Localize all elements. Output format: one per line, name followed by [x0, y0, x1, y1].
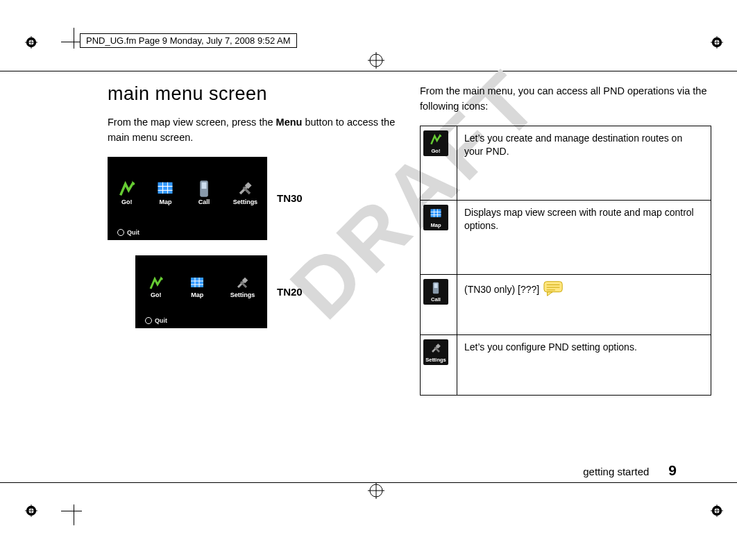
icon-caption: Call	[431, 296, 441, 303]
svg-rect-32	[191, 278, 203, 287]
quit-label: Quit	[145, 317, 167, 324]
page-footer: getting started 9	[583, 462, 677, 479]
icon-table: Go! Let’s you create and manage destinat…	[420, 126, 711, 396]
intro-bold: Menu	[276, 117, 303, 128]
go-label: Go!	[121, 198, 133, 205]
map-label: Map	[159, 198, 171, 205]
screenshot-tn30: Go! Map Call Settings Quit	[108, 157, 267, 240]
svg-rect-29	[202, 183, 207, 189]
reg-mark-icon	[711, 36, 723, 49]
right-column: From the main menu, you can access all P…	[420, 83, 711, 396]
fold-mark-icon	[368, 52, 384, 71]
reg-mark-icon	[25, 504, 37, 517]
reg-mark-icon	[25, 36, 37, 49]
crop-line	[0, 71, 737, 71]
page-number: 9	[668, 462, 677, 479]
icon-cell: Settings	[421, 334, 457, 395]
crop-mark	[61, 511, 82, 511]
map-label: Map	[191, 291, 203, 298]
settings-icon: Settings	[423, 339, 448, 365]
intro-pre: From the map view screen, press the	[108, 117, 276, 128]
screenshot-label-tn30: TN30	[277, 192, 303, 204]
map-icon: Map	[423, 205, 448, 230]
map-icon: Map	[155, 179, 175, 205]
map-icon: Map	[189, 275, 205, 298]
settings-icon: Settings	[233, 179, 258, 205]
section-name: getting started	[583, 466, 649, 477]
call-icon: Call	[194, 179, 214, 205]
call-icon: Call	[423, 279, 448, 305]
icon-caption: Go!	[432, 148, 441, 155]
quit-label: Quit	[117, 229, 139, 236]
table-row: Go! Let’s you create and manage destinat…	[421, 126, 711, 200]
icon-cell: Map	[421, 200, 457, 274]
icon-caption: Map	[431, 222, 441, 229]
row-desc: Displays map view screen with route and …	[464, 207, 694, 231]
crop-mark	[61, 42, 82, 42]
go-icon: Go!	[117, 179, 137, 205]
settings-label: Settings	[233, 198, 258, 205]
svg-rect-23	[158, 183, 173, 194]
fold-mark-icon	[368, 482, 384, 501]
row-desc: Let’s you create and manage destination …	[464, 133, 682, 157]
reg-mark-icon	[711, 504, 723, 517]
crop-mark	[74, 504, 74, 525]
page-header-meta: PND_UG.fm Page 9 Monday, July 7, 2008 9:…	[80, 33, 297, 48]
left-column: main menu screen From the map view scree…	[108, 83, 399, 396]
right-intro: From the main menu, you can access all P…	[420, 83, 711, 114]
call-label: Call	[198, 198, 210, 205]
icon-cell: Call	[421, 274, 457, 334]
page-title: main menu screen	[108, 83, 399, 105]
table-row: Settings Let’s you configure PND setting…	[421, 334, 711, 395]
go-icon: Go!	[423, 130, 448, 156]
go-icon: Go!	[148, 275, 164, 298]
desc-cell: Let’s you configure PND setting options.	[457, 334, 711, 395]
go-label: Go!	[151, 291, 162, 298]
svg-rect-46	[544, 282, 562, 292]
crop-mark	[74, 28, 74, 49]
comment-bubble-icon	[543, 280, 564, 300]
table-row: Call (TN30 only) [???]	[421, 274, 711, 334]
row-desc: (TN30 only) [???]	[464, 284, 539, 295]
svg-rect-39	[431, 209, 441, 217]
settings-label: Settings	[230, 291, 255, 298]
table-row: Map Displays map view screen with route …	[421, 200, 711, 274]
desc-cell: Displays map view screen with route and …	[457, 200, 711, 274]
desc-cell: (TN30 only) [???]	[457, 274, 711, 334]
intro-paragraph: From the map view screen, press the Menu…	[108, 114, 399, 146]
svg-rect-45	[434, 283, 438, 288]
row-desc: Let’s you configure PND setting options.	[464, 341, 637, 353]
screenshot-tn20: Go! Map Settings Quit	[135, 255, 267, 328]
icon-caption: Settings	[425, 357, 446, 364]
desc-cell: Let’s you create and manage destination …	[457, 126, 711, 200]
settings-icon: Settings	[230, 275, 255, 298]
icon-cell: Go!	[421, 126, 457, 200]
screenshot-label-tn20: TN20	[277, 286, 303, 298]
